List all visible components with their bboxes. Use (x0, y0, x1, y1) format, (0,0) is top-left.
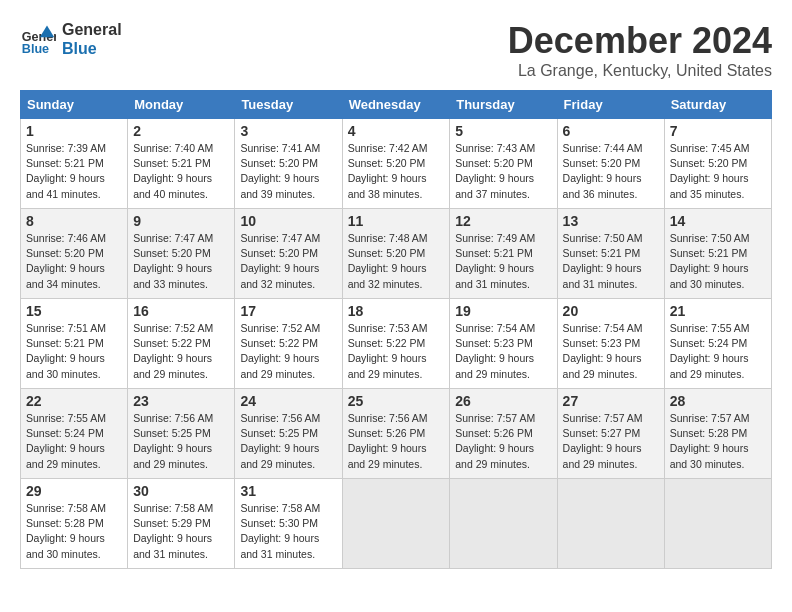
calendar-cell: 14Sunrise: 7:50 AMSunset: 5:21 PMDayligh… (664, 209, 771, 299)
weekday-header-sunday: Sunday (21, 91, 128, 119)
day-info: Sunrise: 7:54 AMSunset: 5:23 PMDaylight:… (563, 321, 659, 382)
day-info: Sunrise: 7:58 AMSunset: 5:28 PMDaylight:… (26, 501, 122, 562)
calendar-table: SundayMondayTuesdayWednesdayThursdayFrid… (20, 90, 772, 569)
week-row-4: 22Sunrise: 7:55 AMSunset: 5:24 PMDayligh… (21, 389, 772, 479)
day-number: 1 (26, 123, 122, 139)
day-info: Sunrise: 7:55 AMSunset: 5:24 PMDaylight:… (26, 411, 122, 472)
calendar-cell: 10Sunrise: 7:47 AMSunset: 5:20 PMDayligh… (235, 209, 342, 299)
day-number: 26 (455, 393, 551, 409)
day-number: 18 (348, 303, 445, 319)
day-number: 10 (240, 213, 336, 229)
day-number: 23 (133, 393, 229, 409)
day-info: Sunrise: 7:41 AMSunset: 5:20 PMDaylight:… (240, 141, 336, 202)
day-number: 13 (563, 213, 659, 229)
weekday-header-tuesday: Tuesday (235, 91, 342, 119)
day-info: Sunrise: 7:52 AMSunset: 5:22 PMDaylight:… (133, 321, 229, 382)
day-number: 4 (348, 123, 445, 139)
calendar-cell: 29Sunrise: 7:58 AMSunset: 5:28 PMDayligh… (21, 479, 128, 569)
logo-icon: General Blue (20, 21, 56, 57)
week-row-3: 15Sunrise: 7:51 AMSunset: 5:21 PMDayligh… (21, 299, 772, 389)
day-info: Sunrise: 7:57 AMSunset: 5:26 PMDaylight:… (455, 411, 551, 472)
day-number: 5 (455, 123, 551, 139)
day-number: 6 (563, 123, 659, 139)
weekday-header-row: SundayMondayTuesdayWednesdayThursdayFrid… (21, 91, 772, 119)
day-number: 15 (26, 303, 122, 319)
weekday-header-monday: Monday (128, 91, 235, 119)
calendar-cell: 11Sunrise: 7:48 AMSunset: 5:20 PMDayligh… (342, 209, 450, 299)
day-info: Sunrise: 7:57 AMSunset: 5:27 PMDaylight:… (563, 411, 659, 472)
calendar-cell: 7Sunrise: 7:45 AMSunset: 5:20 PMDaylight… (664, 119, 771, 209)
calendar-cell: 1Sunrise: 7:39 AMSunset: 5:21 PMDaylight… (21, 119, 128, 209)
day-number: 22 (26, 393, 122, 409)
calendar-cell: 2Sunrise: 7:40 AMSunset: 5:21 PMDaylight… (128, 119, 235, 209)
calendar-cell: 18Sunrise: 7:53 AMSunset: 5:22 PMDayligh… (342, 299, 450, 389)
day-number: 17 (240, 303, 336, 319)
calendar-cell: 17Sunrise: 7:52 AMSunset: 5:22 PMDayligh… (235, 299, 342, 389)
calendar-cell (664, 479, 771, 569)
calendar-cell: 21Sunrise: 7:55 AMSunset: 5:24 PMDayligh… (664, 299, 771, 389)
calendar-cell: 30Sunrise: 7:58 AMSunset: 5:29 PMDayligh… (128, 479, 235, 569)
day-info: Sunrise: 7:43 AMSunset: 5:20 PMDaylight:… (455, 141, 551, 202)
weekday-header-friday: Friday (557, 91, 664, 119)
logo-line2: Blue (62, 39, 122, 58)
day-number: 3 (240, 123, 336, 139)
week-row-1: 1Sunrise: 7:39 AMSunset: 5:21 PMDaylight… (21, 119, 772, 209)
day-number: 30 (133, 483, 229, 499)
weekday-header-thursday: Thursday (450, 91, 557, 119)
day-info: Sunrise: 7:40 AMSunset: 5:21 PMDaylight:… (133, 141, 229, 202)
day-number: 27 (563, 393, 659, 409)
weekday-header-wednesday: Wednesday (342, 91, 450, 119)
day-info: Sunrise: 7:52 AMSunset: 5:22 PMDaylight:… (240, 321, 336, 382)
calendar-cell: 13Sunrise: 7:50 AMSunset: 5:21 PMDayligh… (557, 209, 664, 299)
day-number: 24 (240, 393, 336, 409)
day-info: Sunrise: 7:56 AMSunset: 5:25 PMDaylight:… (133, 411, 229, 472)
day-info: Sunrise: 7:50 AMSunset: 5:21 PMDaylight:… (563, 231, 659, 292)
calendar-cell: 31Sunrise: 7:58 AMSunset: 5:30 PMDayligh… (235, 479, 342, 569)
calendar-cell: 12Sunrise: 7:49 AMSunset: 5:21 PMDayligh… (450, 209, 557, 299)
logo: General Blue General Blue (20, 20, 122, 58)
calendar-cell: 4Sunrise: 7:42 AMSunset: 5:20 PMDaylight… (342, 119, 450, 209)
day-number: 31 (240, 483, 336, 499)
day-info: Sunrise: 7:46 AMSunset: 5:20 PMDaylight:… (26, 231, 122, 292)
calendar-cell: 26Sunrise: 7:57 AMSunset: 5:26 PMDayligh… (450, 389, 557, 479)
day-info: Sunrise: 7:48 AMSunset: 5:20 PMDaylight:… (348, 231, 445, 292)
calendar-cell: 6Sunrise: 7:44 AMSunset: 5:20 PMDaylight… (557, 119, 664, 209)
day-info: Sunrise: 7:44 AMSunset: 5:20 PMDaylight:… (563, 141, 659, 202)
day-number: 7 (670, 123, 766, 139)
calendar-cell (450, 479, 557, 569)
day-number: 25 (348, 393, 445, 409)
day-info: Sunrise: 7:51 AMSunset: 5:21 PMDaylight:… (26, 321, 122, 382)
day-info: Sunrise: 7:42 AMSunset: 5:20 PMDaylight:… (348, 141, 445, 202)
day-info: Sunrise: 7:58 AMSunset: 5:30 PMDaylight:… (240, 501, 336, 562)
calendar-cell: 15Sunrise: 7:51 AMSunset: 5:21 PMDayligh… (21, 299, 128, 389)
day-info: Sunrise: 7:56 AMSunset: 5:26 PMDaylight:… (348, 411, 445, 472)
header: General Blue General Blue December 2024 … (20, 20, 772, 80)
calendar-cell: 28Sunrise: 7:57 AMSunset: 5:28 PMDayligh… (664, 389, 771, 479)
calendar-cell: 23Sunrise: 7:56 AMSunset: 5:25 PMDayligh… (128, 389, 235, 479)
day-number: 12 (455, 213, 551, 229)
day-number: 2 (133, 123, 229, 139)
day-info: Sunrise: 7:58 AMSunset: 5:29 PMDaylight:… (133, 501, 229, 562)
calendar-cell (342, 479, 450, 569)
calendar-cell: 19Sunrise: 7:54 AMSunset: 5:23 PMDayligh… (450, 299, 557, 389)
day-info: Sunrise: 7:57 AMSunset: 5:28 PMDaylight:… (670, 411, 766, 472)
day-info: Sunrise: 7:54 AMSunset: 5:23 PMDaylight:… (455, 321, 551, 382)
svg-text:Blue: Blue (22, 43, 49, 57)
calendar-cell: 27Sunrise: 7:57 AMSunset: 5:27 PMDayligh… (557, 389, 664, 479)
week-row-2: 8Sunrise: 7:46 AMSunset: 5:20 PMDaylight… (21, 209, 772, 299)
calendar-cell: 9Sunrise: 7:47 AMSunset: 5:20 PMDaylight… (128, 209, 235, 299)
day-number: 14 (670, 213, 766, 229)
day-number: 21 (670, 303, 766, 319)
month-title: December 2024 (508, 20, 772, 62)
day-number: 29 (26, 483, 122, 499)
week-row-5: 29Sunrise: 7:58 AMSunset: 5:28 PMDayligh… (21, 479, 772, 569)
logo-line1: General (62, 20, 122, 39)
day-number: 28 (670, 393, 766, 409)
day-number: 20 (563, 303, 659, 319)
day-info: Sunrise: 7:49 AMSunset: 5:21 PMDaylight:… (455, 231, 551, 292)
day-info: Sunrise: 7:47 AMSunset: 5:20 PMDaylight:… (240, 231, 336, 292)
calendar-cell: 20Sunrise: 7:54 AMSunset: 5:23 PMDayligh… (557, 299, 664, 389)
weekday-header-saturday: Saturday (664, 91, 771, 119)
calendar-cell: 24Sunrise: 7:56 AMSunset: 5:25 PMDayligh… (235, 389, 342, 479)
day-info: Sunrise: 7:47 AMSunset: 5:20 PMDaylight:… (133, 231, 229, 292)
